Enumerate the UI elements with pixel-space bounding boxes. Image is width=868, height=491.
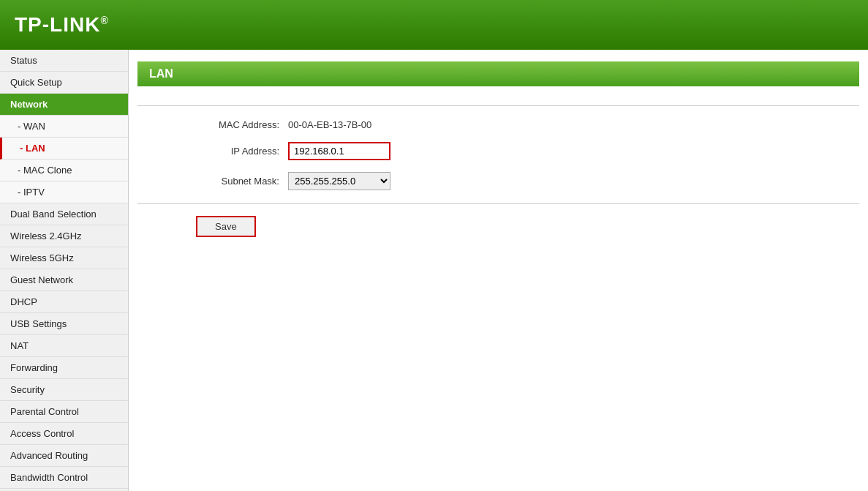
- sidebar-item-label-wireless-24: Wireless 2.4GHz: [10, 230, 82, 241]
- sidebar-item-label-guest-network: Guest Network: [10, 274, 73, 285]
- sidebar-item-label-advanced-routing: Advanced Routing: [10, 450, 88, 461]
- sidebar-item-status[interactable]: Status: [0, 50, 128, 72]
- mac-address-label: MAC Address:: [137, 113, 284, 136]
- bottom-divider: [137, 203, 859, 204]
- sidebar-item-access-control[interactable]: Access Control: [0, 423, 128, 445]
- sidebar-item-label-wan: - WAN: [18, 121, 45, 132]
- sidebar-item-forwarding[interactable]: Forwarding: [0, 357, 128, 379]
- sidebar-item-label-quick-setup: Quick Setup: [10, 77, 62, 88]
- sidebar-item-usb-settings[interactable]: USB Settings: [0, 313, 128, 335]
- logo: TP-LINK®: [15, 13, 109, 37]
- sidebar-item-label-wireless-5: Wireless 5GHz: [10, 252, 74, 263]
- sidebar-item-label-security: Security: [10, 384, 45, 395]
- subnet-mask-select[interactable]: 255.255.255.0255.255.0.0255.0.0.0: [288, 172, 390, 190]
- subnet-mask-label: Subnet Mask:: [137, 166, 284, 196]
- sidebar-item-security[interactable]: Security: [0, 379, 128, 401]
- sidebar-item-label-bandwidth-control: Bandwidth Control: [10, 472, 88, 483]
- sidebar-item-wireless-5[interactable]: Wireless 5GHz: [0, 247, 128, 269]
- sidebar-item-label-forwarding: Forwarding: [10, 362, 58, 373]
- top-divider: [137, 105, 859, 106]
- sidebar-item-label-nat: NAT: [10, 340, 29, 351]
- sidebar-item-dhcp[interactable]: DHCP: [0, 291, 128, 313]
- sidebar-item-parental-control[interactable]: Parental Control: [0, 401, 128, 423]
- subnet-mask-row: Subnet Mask: 255.255.255.0255.255.0.0255…: [137, 166, 859, 196]
- main-content: LAN MAC Address: 00-0A-EB-13-7B-00 IP Ad…: [129, 50, 868, 491]
- save-button-container: Save: [137, 216, 859, 237]
- save-button[interactable]: Save: [196, 216, 256, 237]
- sidebar-item-label-dual-band: Dual Band Selection: [10, 209, 97, 220]
- sidebar-item-label-network: Network: [10, 99, 48, 110]
- sidebar: StatusQuick SetupNetwork- WAN- LAN- MAC …: [0, 50, 129, 491]
- subnet-mask-cell: 255.255.255.0255.255.0.0255.0.0.0: [284, 166, 859, 196]
- sidebar-item-label-usb-settings: USB Settings: [10, 318, 67, 329]
- mac-address-row: MAC Address: 00-0A-EB-13-7B-00: [137, 113, 859, 136]
- header: TP-LINK®: [0, 0, 868, 50]
- sidebar-item-mac-clone[interactable]: - MAC Clone: [0, 160, 128, 181]
- page-title: LAN: [149, 67, 173, 80]
- ip-address-input[interactable]: [288, 142, 390, 160]
- sidebar-item-wan[interactable]: - WAN: [0, 116, 128, 138]
- sidebar-item-wireless-24[interactable]: Wireless 2.4GHz: [0, 225, 128, 247]
- sidebar-item-label-iptv: - IPTV: [18, 187, 45, 198]
- sidebar-item-label-lan: - LAN: [20, 143, 45, 154]
- sidebar-item-label-dhcp: DHCP: [10, 296, 37, 307]
- sidebar-item-network[interactable]: Network: [0, 94, 128, 116]
- sidebar-item-dual-band[interactable]: Dual Band Selection: [0, 203, 128, 225]
- content-area: MAC Address: 00-0A-EB-13-7B-00 IP Addres…: [129, 86, 868, 249]
- sidebar-item-label-parental-control: Parental Control: [10, 406, 79, 417]
- sidebar-item-advanced-routing[interactable]: Advanced Routing: [0, 445, 128, 467]
- sidebar-item-iptv[interactable]: - IPTV: [0, 181, 128, 203]
- sidebar-item-nat[interactable]: NAT: [0, 335, 128, 357]
- sidebar-item-quick-setup[interactable]: Quick Setup: [0, 72, 128, 94]
- sidebar-item-label-mac-clone: - MAC Clone: [18, 165, 72, 176]
- body: StatusQuick SetupNetwork- WAN- LAN- MAC …: [0, 50, 868, 491]
- sidebar-item-label-access-control: Access Control: [10, 428, 74, 439]
- sidebar-item-lan[interactable]: - LAN: [0, 138, 128, 160]
- ip-address-cell: [284, 136, 859, 166]
- sidebar-item-guest-network[interactable]: Guest Network: [0, 269, 128, 291]
- page-title-bar: LAN: [137, 61, 859, 86]
- lan-form: MAC Address: 00-0A-EB-13-7B-00 IP Addres…: [137, 113, 859, 196]
- mac-address-value: 00-0A-EB-13-7B-00: [284, 113, 859, 136]
- sidebar-item-bandwidth-control[interactable]: Bandwidth Control: [0, 467, 128, 489]
- sidebar-item-label-status: Status: [10, 55, 37, 66]
- ip-address-row: IP Address:: [137, 136, 859, 166]
- ip-address-label: IP Address:: [137, 136, 284, 166]
